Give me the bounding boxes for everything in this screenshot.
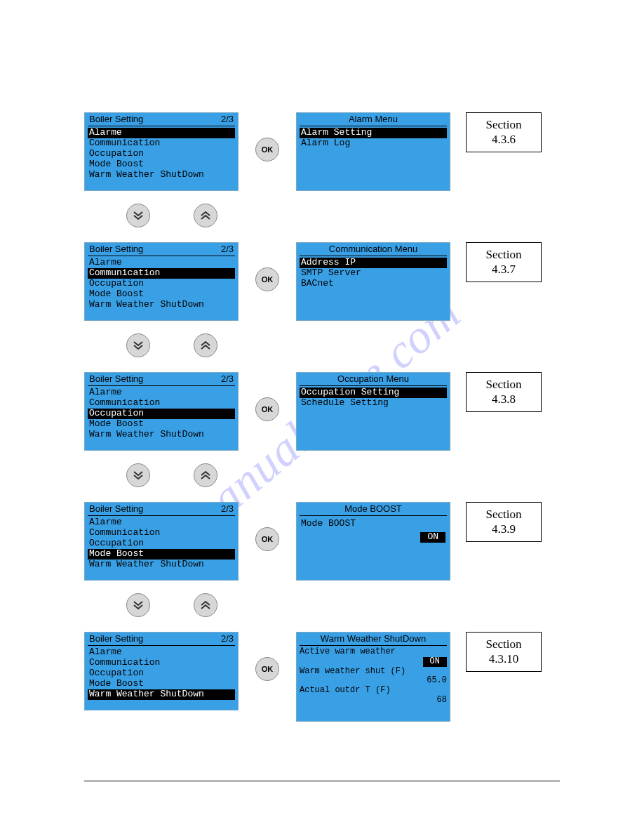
section-num: 4.3.9 [492,522,516,536]
nav-arrows-3 [126,463,217,487]
boost-value[interactable]: ON [420,532,445,543]
right-screen-5[interactable]: Warm Weather ShutDown Active warm weathe… [296,632,450,722]
menu-item[interactable]: Alarme [88,128,235,138]
menu-item[interactable]: Occupation [88,149,235,159]
menu-item[interactable]: Warm Weather ShutDown [88,430,235,440]
screen-title-text: Boiler Setting [89,114,143,125]
menu-item[interactable]: Alarme [88,517,235,528]
menu-item[interactable]: Occupation [88,409,235,419]
ok-button[interactable]: OK [255,267,279,291]
ok-label: OK [262,145,274,154]
menu-item[interactable]: Alarme [88,258,235,268]
menu-item[interactable]: Occupation [88,279,235,289]
menu-item[interactable]: Alarm Setting [300,128,447,138]
screen-page: 2/3 [221,114,234,125]
menu-item[interactable]: Mode Boost [88,289,235,300]
menu-item[interactable]: Communication [88,528,235,538]
screen-title-text: Boiler Setting [89,244,143,255]
wws-value[interactable]: ON [423,657,447,667]
screen-title: Occupation Menu [300,374,447,386]
left-screen-4[interactable]: Boiler Setting 2/3 AlarmeCommunicationOc… [84,502,239,581]
ok-label: OK [262,405,274,413]
menu-item[interactable]: Address IP [300,258,447,268]
screen-title: Boiler Setting 2/3 [88,374,235,386]
right-screen-3[interactable]: Occupation Menu Occupation SettingSchedu… [296,372,450,451]
menu-item[interactable]: Communication [88,268,235,279]
up-arrow-icon[interactable] [194,463,217,487]
menu-item[interactable]: Occupation Setting [300,388,447,398]
screen-title-text: Boiler Setting [89,374,143,385]
up-arrow-icon[interactable] [194,204,217,227]
section-num: 4.3.6 [492,133,516,146]
wws-label: Warm weather shut (F) [300,667,447,677]
left-screen-2[interactable]: Boiler Setting 2/3 AlarmeCommunicationOc… [84,242,239,321]
menu-item[interactable]: Mode Boost [88,159,235,170]
screen-title-text: Boiler Setting [89,634,143,644]
up-arrow-icon[interactable] [194,593,217,617]
screen-list: Address IPSMTP ServerBACnet [300,258,447,289]
screen-list: AlarmeCommunicationOccupationMode BoostW… [88,128,235,180]
screen-title-text: Warm Weather ShutDown [321,634,426,644]
screen-list: Alarm SettingAlarm Log [300,128,447,149]
section-num: 4.3.8 [492,392,516,406]
section-ref-3: Section 4.3.8 [466,372,542,412]
wws-label: Actual outdr T (F) [300,686,447,696]
right-screen-1[interactable]: Alarm Menu Alarm SettingAlarm Log [296,112,450,191]
menu-row-1: Boiler Setting 2/3 AlarmeCommunicationOc… [84,112,542,191]
screen-title: Boiler Setting 2/3 [88,504,235,516]
screen-title-text: Boiler Setting [89,504,143,515]
screen-title: Mode BOOST [300,504,447,516]
section-word: Section [486,637,522,651]
menu-row-5: Boiler Setting 2/3 AlarmeCommunicationOc… [84,632,542,722]
boost-body: Mode BOOST ON [300,517,447,544]
right-screen-2[interactable]: Communication Menu Address IPSMTP Server… [296,242,450,321]
menu-item[interactable]: Warm Weather ShutDown [88,689,235,700]
menu-item[interactable]: Mode Boost [88,419,235,430]
menu-item[interactable]: Occupation [88,668,235,679]
screen-list: AlarmeCommunicationOccupationMode BoostW… [88,517,235,570]
screen-title: Boiler Setting 2/3 [88,114,235,126]
screen-title-text: Communication Menu [329,244,417,255]
left-screen-1[interactable]: Boiler Setting 2/3 AlarmeCommunicationOc… [84,112,239,191]
menu-item[interactable]: Communication [88,658,235,668]
section-ref-5: Section 4.3.10 [466,632,542,672]
menu-item[interactable]: Mode Boost [88,679,235,689]
ok-button[interactable]: OK [255,138,279,161]
boost-label: Mode BOOST [301,519,445,529]
menu-item[interactable]: Mode Boost [88,549,235,560]
wws-label: Active warm weather [300,647,447,657]
right-screen-4[interactable]: Mode BOOST Mode BOOST ON [296,502,450,581]
ok-button[interactable]: OK [255,657,279,681]
menu-item[interactable]: Occupation [88,538,235,549]
screen-list: Occupation SettingSchedule Setting [300,388,447,409]
menu-item[interactable]: Schedule Setting [300,398,447,409]
section-ref-1: Section 4.3.6 [466,112,542,152]
section-word: Section [486,118,522,131]
menu-item[interactable]: Communication [88,398,235,409]
wws-body: Active warm weather ON Warm weather shut… [300,647,447,706]
up-arrow-icon[interactable] [194,333,217,357]
menu-item[interactable]: Warm Weather ShutDown [88,560,235,570]
down-arrow-icon[interactable] [126,593,150,617]
down-arrow-icon[interactable] [126,333,150,357]
menu-row-2: Boiler Setting 2/3 AlarmeCommunicationOc… [84,242,542,321]
section-word: Section [486,508,522,521]
ok-button[interactable]: OK [255,397,279,421]
down-arrow-icon[interactable] [126,204,150,227]
screen-title: Warm Weather ShutDown [300,634,447,646]
nav-arrows-4 [126,593,217,617]
screen-title: Boiler Setting 2/3 [88,634,235,646]
left-screen-3[interactable]: Boiler Setting 2/3 AlarmeCommunicationOc… [84,372,239,451]
ok-button[interactable]: OK [255,527,279,551]
down-arrow-icon[interactable] [126,463,150,487]
menu-item[interactable]: Warm Weather ShutDown [88,300,235,310]
menu-item[interactable]: Warm Weather ShutDown [88,170,235,180]
ok-label: OK [262,535,274,543]
menu-item[interactable]: Alarme [88,647,235,658]
left-screen-5[interactable]: Boiler Setting 2/3 AlarmeCommunicationOc… [84,632,239,710]
menu-item[interactable]: SMTP Server [300,268,447,279]
menu-item[interactable]: Communication [88,138,235,149]
menu-item[interactable]: Alarme [88,388,235,398]
menu-item[interactable]: BACnet [300,279,447,289]
menu-item[interactable]: Alarm Log [300,138,447,149]
